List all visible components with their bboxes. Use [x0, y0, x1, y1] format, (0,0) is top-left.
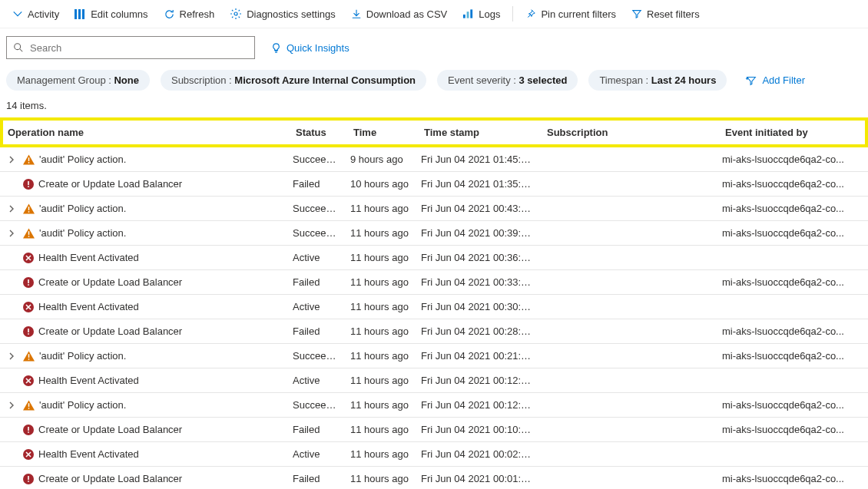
cell-timestamp: Fri Jun 04 2021 00:36:1... — [416, 247, 539, 268]
cell-timestamp: Fri Jun 04 2021 01:35:0... — [416, 173, 539, 194]
col-initiated-by[interactable]: Event initiated by — [721, 121, 865, 144]
table-row[interactable]: Create or Update Load BalancerFailed11 h… — [0, 270, 868, 295]
cell-operation: Create or Update Load Balancer — [0, 173, 288, 194]
cell-initiated-by: mi-aks-lsuoccqde6qa2-co... — [717, 395, 868, 415]
cell-subscription — [539, 155, 717, 164]
cell-initiated-by — [717, 253, 868, 263]
quick-insights-link[interactable]: Quick Insights — [270, 42, 350, 54]
svg-rect-20 — [28, 284, 29, 286]
table-row[interactable]: 'audit' Policy action.Succeeded11 hours … — [0, 197, 868, 221]
cell-status: Failed — [288, 468, 346, 489]
cell-operation: 'audit' Policy action. — [0, 395, 288, 415]
search-input[interactable] — [28, 41, 248, 55]
svg-rect-23 — [28, 329, 29, 332]
table-row[interactable]: Health Event ActivatedActive11 hours ago… — [0, 295, 868, 319]
cell-subscription — [539, 302, 717, 312]
svg-rect-1 — [78, 9, 81, 19]
table-row[interactable]: Create or Update Load BalancerFailed11 h… — [0, 467, 868, 489]
svg-rect-25 — [28, 354, 30, 358]
error-x-icon — [23, 375, 34, 386]
warning-icon — [23, 228, 35, 239]
diagnostics-button[interactable]: Diagnostics settings — [224, 5, 342, 23]
cell-status: Active — [288, 444, 346, 464]
cell-subscription — [539, 450, 717, 459]
cell-subscription — [539, 204, 717, 213]
table-row[interactable]: 'audit' Policy action.Succeeded9 hours a… — [0, 147, 868, 172]
activity-log-table: Operation name Status Time Time stamp Su… — [0, 117, 868, 489]
cell-subscription — [539, 352, 717, 361]
expand-toggle[interactable] — [5, 230, 18, 237]
svg-rect-14 — [28, 211, 30, 213]
filter-subscription[interactable]: Subscription : Microsoft Azure Internal … — [161, 70, 426, 91]
filter-timespan[interactable]: Timespan : Last 24 hours — [588, 70, 727, 91]
search-box[interactable] — [6, 36, 255, 59]
cell-time: 10 hours ago — [346, 173, 416, 194]
refresh-button[interactable]: Refresh — [157, 5, 221, 23]
svg-rect-8 — [28, 157, 30, 161]
table-row[interactable]: 'audit' Policy action.Succeeded11 hours … — [0, 393, 868, 418]
edit-columns-button[interactable]: Edit columns — [68, 5, 154, 23]
logs-label: Logs — [479, 8, 500, 20]
toolbar: Activity Edit columns Refresh Diagnostic… — [0, 0, 868, 28]
col-status[interactable]: Status — [291, 121, 349, 144]
cell-timestamp: Fri Jun 04 2021 00:12:2... — [416, 395, 539, 415]
activity-dropdown[interactable]: Activity — [6, 5, 65, 23]
add-filter-button[interactable]: Add Filter — [737, 70, 813, 91]
cell-initiated-by — [717, 376, 868, 385]
expand-toggle[interactable] — [5, 205, 18, 213]
col-subscription[interactable]: Subscription — [542, 121, 721, 144]
pill-value: 3 selected — [519, 74, 568, 86]
cell-status: Succeeded — [288, 395, 346, 415]
svg-rect-11 — [28, 181, 29, 185]
svg-rect-15 — [28, 231, 30, 235]
table-row[interactable]: Create or Update Load BalancerFailed10 h… — [0, 172, 868, 197]
cell-operation: Health Event Activated — [0, 370, 288, 391]
svg-rect-16 — [28, 236, 30, 237]
reset-filters-button[interactable]: Reset filters — [625, 5, 706, 23]
logs-button[interactable]: Logs — [456, 5, 506, 23]
expand-toggle[interactable] — [5, 401, 18, 409]
cell-status: Succeeded — [288, 149, 346, 170]
reset-filters-label: Reset filters — [647, 8, 700, 20]
cell-initiated-by: mi-aks-lsuoccqde6qa2-co... — [717, 272, 868, 292]
expand-toggle[interactable] — [5, 156, 18, 164]
warning-icon — [23, 400, 35, 411]
operation-name: Create or Update Load Balancer — [38, 276, 182, 288]
cell-time: 11 hours ago — [346, 395, 416, 415]
pill-value: Microsoft Azure Internal Consumption — [234, 74, 416, 86]
filter-event-severity[interactable]: Event severity : 3 selected — [437, 70, 578, 91]
table-row[interactable]: Create or Update Load BalancerFailed11 h… — [0, 418, 868, 442]
expand-toggle[interactable] — [5, 352, 18, 360]
item-count: 14 items. — [0, 100, 868, 117]
download-csv-button[interactable]: Download as CSV — [345, 5, 454, 23]
table-row[interactable]: 'audit' Policy action.Succeeded11 hours … — [0, 344, 868, 368]
col-time[interactable]: Time — [349, 121, 419, 144]
pill-label: Management Group : — [17, 74, 114, 86]
operation-name: Health Event Activated — [38, 252, 139, 263]
chevron-right-icon — [8, 352, 15, 360]
cell-subscription — [539, 229, 717, 238]
col-timestamp[interactable]: Time stamp — [419, 121, 542, 144]
cell-timestamp: Fri Jun 04 2021 00:21:0... — [416, 345, 539, 366]
table-row[interactable]: Health Event ActivatedActive11 hours ago… — [0, 442, 868, 467]
cell-subscription — [539, 425, 717, 434]
svg-rect-13 — [28, 207, 30, 210]
svg-rect-0 — [75, 9, 77, 19]
table-row[interactable]: Create or Update Load BalancerFailed11 h… — [0, 319, 868, 344]
filter-management-group[interactable]: Management Group : None — [6, 70, 150, 91]
table-row[interactable]: Health Event ActivatedActive11 hours ago… — [0, 368, 868, 393]
cell-initiated-by: mi-aks-lsuoccqde6qa2-co... — [717, 198, 868, 219]
pill-value: None — [114, 74, 139, 86]
gear-icon — [230, 8, 242, 20]
cell-status: Succeeded — [288, 223, 346, 243]
cell-operation: Create or Update Load Balancer — [0, 272, 288, 292]
table-header: Operation name Status Time Time stamp Su… — [0, 117, 868, 147]
table-row[interactable]: Health Event ActivatedActive11 hours ago… — [0, 246, 868, 270]
error-icon — [23, 326, 34, 337]
svg-rect-4 — [463, 15, 465, 18]
table-row[interactable]: 'audit' Policy action.Succeeded11 hours … — [0, 221, 868, 246]
cell-timestamp: Fri Jun 04 2021 00:39:5... — [416, 223, 539, 243]
col-operation[interactable]: Operation name — [3, 121, 291, 144]
cell-subscription — [539, 401, 717, 410]
pin-filters-button[interactable]: Pin current filters — [519, 5, 622, 23]
